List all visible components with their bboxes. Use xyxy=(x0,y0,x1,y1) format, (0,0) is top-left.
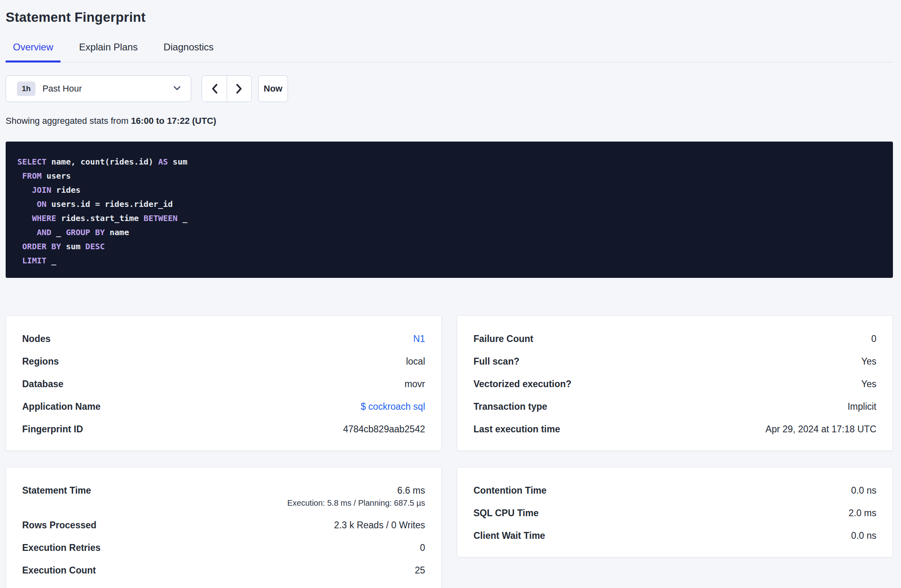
sql-line: SELECT name, count(rides.id) AS sum xyxy=(17,155,881,169)
tab-overview[interactable]: Overview xyxy=(6,41,60,63)
sql-line: FROM users xyxy=(17,169,881,183)
row-value-group: $ cockroach sql xyxy=(361,401,425,412)
row-value-group: local xyxy=(406,356,425,367)
time-step-buttons xyxy=(202,75,252,102)
sql-line: ON users.id = rides.rider_id xyxy=(17,197,881,211)
row-label-execution-retries: Execution Retries xyxy=(22,542,100,553)
tab-explain-plans[interactable]: Explain Plans xyxy=(72,41,145,63)
detail-row: Regionslocal xyxy=(22,356,425,367)
row-label-full-scan: Full scan? xyxy=(473,356,519,367)
row-value-group: movr xyxy=(405,379,425,389)
row-value-client-wait-time: 0.0 ns xyxy=(851,530,876,541)
details-cards-grid: NodesN1RegionslocalDatabasemovrApplicati… xyxy=(6,315,893,588)
row-label-fingerprint-id: Fingerprint ID xyxy=(22,424,83,434)
sql-line: LIMIT _ xyxy=(17,254,881,268)
row-value-link-nodes[interactable]: N1 xyxy=(413,334,425,344)
row-label-sql-cpu-time: SQL CPU Time xyxy=(473,508,538,518)
row-label-last-execution-time: Last execution time xyxy=(473,424,560,434)
row-value-failure-count: 0 xyxy=(871,334,876,344)
row-value-group: Yes xyxy=(861,379,876,389)
detail-row: Transaction typeImplicit xyxy=(473,401,876,412)
detail-row: Client Wait Time0.0 ns xyxy=(473,530,876,541)
row-value-group: 25 xyxy=(415,565,425,575)
sql-line: ORDER BY sum DESC xyxy=(17,240,881,254)
detail-row: Contention Time0.0 ns xyxy=(473,485,876,496)
detail-row: Vectorized execution?Yes xyxy=(473,379,876,389)
card-execution-attributes: Failure Count0Full scan?YesVectorized ex… xyxy=(457,315,893,451)
now-button[interactable]: Now xyxy=(258,75,288,102)
detail-row: Failure Count0 xyxy=(473,334,876,344)
detail-row: Statement Time6.6 msExecution: 5.8 ms / … xyxy=(22,485,425,508)
row-value-group: 0.0 ns xyxy=(851,530,876,541)
row-value-group: Implicit xyxy=(847,401,876,412)
row-value-group: 2.3 k Reads / 0 Writes xyxy=(334,520,425,530)
row-value-group: 4784cb829aab2542 xyxy=(343,424,425,434)
statement-fingerprint-page: Statement Fingerprint OverviewExplain Pl… xyxy=(0,10,901,588)
row-label-statement-time: Statement Time xyxy=(22,485,91,496)
row-label-failure-count: Failure Count xyxy=(473,334,533,344)
row-label-database: Database xyxy=(22,379,63,389)
aggregated-stats-summary: Showing aggregated stats from 16:00 to 1… xyxy=(6,116,893,126)
row-value-group: Yes xyxy=(861,356,876,367)
row-value-group: 0.0 ns xyxy=(851,485,876,496)
row-label-client-wait-time: Client Wait Time xyxy=(473,530,545,541)
sql-line: AND _ GROUP BY name xyxy=(17,225,881,240)
row-value-group: Apr 29, 2024 at 17:18 UTC xyxy=(765,424,876,434)
card-statement-details: NodesN1RegionslocalDatabasemovrApplicati… xyxy=(6,315,442,451)
detail-row: Application Name$ cockroach sql xyxy=(22,401,425,412)
sql-line: WHERE rides.start_time BETWEEN _ xyxy=(17,211,881,225)
row-value-last-execution-time: Apr 29, 2024 at 17:18 UTC xyxy=(765,424,876,434)
sql-line: JOIN rides xyxy=(17,183,881,197)
row-label-vectorized-execution: Vectorized execution? xyxy=(473,379,571,389)
detail-row: SQL CPU Time2.0 ms xyxy=(473,508,876,518)
row-value-database: movr xyxy=(405,379,425,389)
detail-row: Fingerprint ID4784cb829aab2542 xyxy=(22,424,425,434)
row-label-regions: Regions xyxy=(22,356,59,367)
time-range-select[interactable]: 1h Past Hour xyxy=(6,75,191,102)
tab-diagnostics[interactable]: Diagnostics xyxy=(156,41,221,63)
previous-interval-button[interactable] xyxy=(202,76,227,102)
row-label-rows-processed: Rows Processed xyxy=(22,520,96,530)
row-value-statement-time: 6.6 ms xyxy=(397,485,425,496)
row-value-transaction-type: Implicit xyxy=(847,401,876,412)
detail-row: Rows Processed2.3 k Reads / 0 Writes xyxy=(22,520,425,530)
sql-statement-box: SELECT name, count(rides.id) AS sum FROM… xyxy=(6,142,893,278)
time-controls: 1h Past Hour Now xyxy=(6,75,893,102)
summary-prefix: Showing aggregated stats from xyxy=(6,116,131,126)
detail-row: Execution Retries0 xyxy=(22,542,425,553)
card-statement-times: Statement Time6.6 msExecution: 5.8 ms / … xyxy=(6,467,442,588)
row-value-regions: local xyxy=(406,356,425,367)
row-value-group: N1 xyxy=(413,334,425,344)
row-value-execution-count: 25 xyxy=(415,565,425,575)
row-value-execution-retries: 0 xyxy=(420,542,425,553)
row-subvalue-statement-time: Execution: 5.8 ms / Planning: 687.5 µs xyxy=(287,498,425,508)
row-value-group: 0 xyxy=(871,334,876,344)
tab-bar: OverviewExplain PlansDiagnostics xyxy=(6,41,893,63)
row-value-full-scan: Yes xyxy=(861,356,876,367)
next-interval-button[interactable] xyxy=(227,76,251,102)
row-value-vectorized-execution: Yes xyxy=(861,379,876,389)
detail-row: Full scan?Yes xyxy=(473,356,876,367)
time-range-badge: 1h xyxy=(17,81,35,96)
page-title: Statement Fingerprint xyxy=(6,10,893,25)
row-label-nodes: Nodes xyxy=(22,334,50,344)
row-value-group: 0 xyxy=(420,542,425,553)
row-label-application-name: Application Name xyxy=(22,401,100,412)
row-label-contention-time: Contention Time xyxy=(473,485,546,496)
row-label-execution-count: Execution Count xyxy=(22,565,96,575)
row-label-transaction-type: Transaction type xyxy=(473,401,547,412)
chevron-left-icon xyxy=(210,83,219,94)
time-range-label: Past Hour xyxy=(42,83,82,94)
chevron-down-icon xyxy=(173,85,181,91)
summary-time-range: 16:00 to 17:22 (UTC) xyxy=(131,116,217,126)
detail-row: NodesN1 xyxy=(22,334,425,344)
detail-row: Last execution timeApr 29, 2024 at 17:18… xyxy=(473,424,876,434)
row-value-sql-cpu-time: 2.0 ms xyxy=(849,508,876,518)
card-wait-times: Contention Time0.0 nsSQL CPU Time2.0 msC… xyxy=(457,467,893,557)
chevron-right-icon xyxy=(235,83,244,94)
row-value-link-application-name[interactable]: $ cockroach sql xyxy=(361,401,425,412)
row-value-rows-processed: 2.3 k Reads / 0 Writes xyxy=(334,520,425,530)
detail-row: Execution Count25 xyxy=(22,565,425,575)
row-value-contention-time: 0.0 ns xyxy=(851,485,876,496)
row-value-fingerprint-id: 4784cb829aab2542 xyxy=(343,424,425,434)
